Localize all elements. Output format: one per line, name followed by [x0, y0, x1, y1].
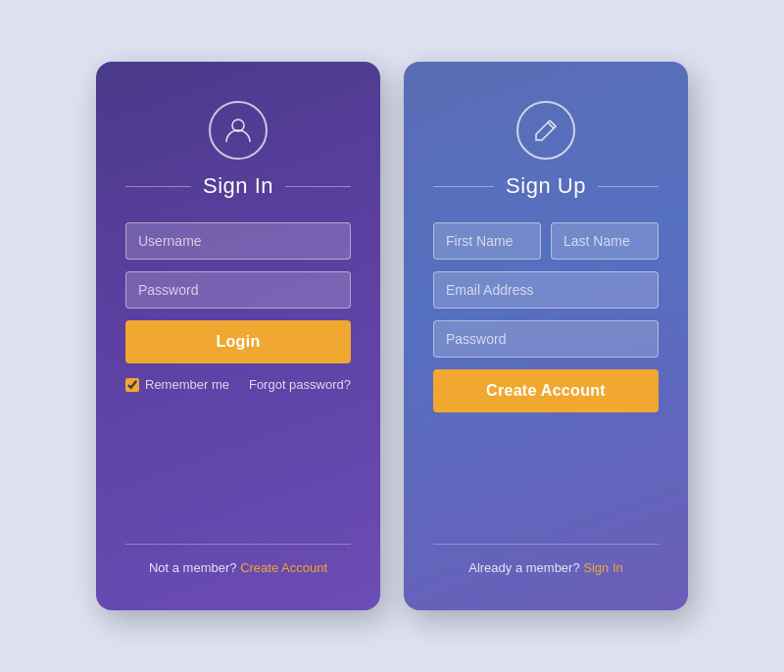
email-input[interactable] [433, 271, 659, 309]
forgot-password-link[interactable]: Forgot password? [249, 377, 351, 392]
username-input[interactable] [125, 222, 351, 260]
name-row [433, 222, 659, 260]
create-account-button[interactable]: Create Account [433, 369, 659, 412]
lastname-input[interactable] [551, 222, 659, 260]
signup-password-input[interactable] [433, 320, 659, 358]
signup-icon-circle [516, 101, 575, 160]
pencil-icon [530, 115, 562, 146]
signup-footer-static: Already a member? [468, 560, 579, 575]
signin-title-line-right [285, 186, 351, 187]
remember-me-text: Remember me [145, 377, 229, 392]
signup-title-line-left [433, 186, 494, 187]
signup-divider [433, 544, 659, 545]
signin-divider [125, 544, 351, 545]
signup-form: Create Account [433, 222, 659, 412]
signup-card: Sign Up Create Account Already a member?… [404, 62, 688, 610]
signin-title: Sign In [191, 173, 285, 199]
remember-me-label[interactable]: Remember me [125, 377, 229, 392]
signup-footer-link[interactable]: Sign In [583, 560, 622, 575]
user-icon [222, 115, 254, 146]
signin-footer: Not a member? Create Account [149, 560, 327, 575]
signup-title-row: Sign Up [433, 173, 659, 199]
signup-title: Sign Up [494, 173, 598, 199]
signin-footer-static: Not a member? [149, 560, 237, 575]
signin-card: Sign In Login Remember me Forgot passwor… [96, 62, 380, 610]
firstname-input[interactable] [433, 222, 541, 260]
signin-form: Login Remember me Forgot password? [125, 222, 351, 392]
password-input[interactable] [125, 271, 351, 309]
svg-point-0 [232, 120, 244, 131]
signup-footer: Already a member? Sign In [468, 560, 623, 575]
signin-options-row: Remember me Forgot password? [125, 377, 351, 392]
remember-me-checkbox[interactable] [125, 378, 139, 392]
signin-footer-link[interactable]: Create Account [240, 560, 327, 575]
cards-container: Sign In Login Remember me Forgot passwor… [96, 62, 688, 610]
signup-title-line-right [598, 186, 659, 187]
signin-title-row: Sign In [125, 173, 351, 199]
signin-title-line-left [125, 186, 191, 187]
signin-icon-circle [209, 101, 268, 160]
login-button[interactable]: Login [125, 320, 351, 363]
